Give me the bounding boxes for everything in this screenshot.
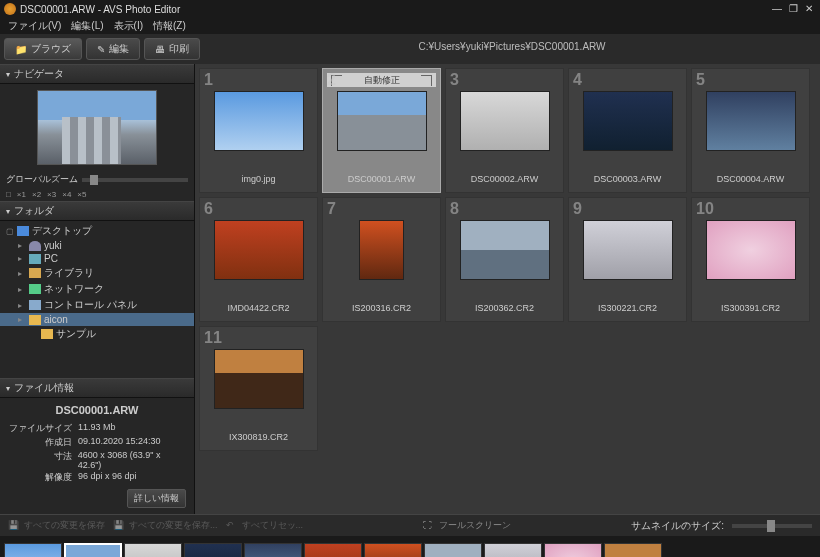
- zoom-x5[interactable]: ×5: [77, 190, 86, 199]
- thumb-cell[interactable]: 9IS300221.CR2: [568, 197, 687, 322]
- save-all-button[interactable]: 💾すべての変更を保存: [8, 519, 105, 532]
- navigator-panel-header[interactable]: ▾ ナビゲータ: [0, 64, 194, 84]
- menu-file[interactable]: ファイル(V): [4, 18, 65, 34]
- thumb-cell[interactable]: 5DSC00004.ARW: [691, 68, 810, 193]
- file-path: C:¥Users¥yuki¥Pictures¥DSC00001.ARW: [204, 34, 820, 64]
- zoom-x2[interactable]: ×2: [32, 190, 41, 199]
- info-dim: 4600 x 3068 (63.9" x 42.6"): [78, 450, 186, 470]
- fileinfo-panel-header[interactable]: ▾ ファイル情報: [0, 378, 194, 398]
- tree-desktop[interactable]: ▢デスクトップ: [0, 223, 194, 239]
- thumb-number: 8: [450, 200, 459, 218]
- tab-edit[interactable]: ✎ 編集: [86, 38, 140, 60]
- menubar: ファイル(V) 編集(L) 表示(I) 情報(Z): [0, 18, 820, 34]
- filmstrip-thumb[interactable]: [544, 543, 602, 558]
- bottom-toolbar: 💾すべての変更を保存 💾すべての変更を保存... ↶すべてリセッ... ⛶フール…: [0, 514, 820, 536]
- filmstrip-thumb[interactable]: [424, 543, 482, 558]
- thumb-image: [460, 91, 550, 151]
- thumb-cell[interactable]: 1img0.jpg: [199, 68, 318, 193]
- thumb-filename: IX300819.CR2: [229, 432, 288, 442]
- menu-edit[interactable]: 編集(L): [67, 18, 107, 34]
- thumb-size-slider[interactable]: [732, 524, 812, 528]
- undo-all-button[interactable]: ↶すべてリセッ...: [226, 519, 304, 532]
- preview-area: [0, 84, 194, 171]
- desktop-icon: [17, 226, 29, 236]
- info-size: 11.93 Mb: [78, 422, 116, 435]
- pencil-icon: ✎: [97, 44, 105, 55]
- tree-control[interactable]: ▸コントロール パネル: [0, 297, 194, 313]
- tree-sample[interactable]: サンプル: [0, 326, 194, 342]
- thumb-filename: img0.jpg: [241, 174, 275, 184]
- fullscreen-button[interactable]: ⛶フールスクリーン: [423, 519, 511, 532]
- thumb-filename: DSC00004.ARW: [717, 174, 784, 184]
- thumb-cell[interactable]: 6IMD04422.CR2: [199, 197, 318, 322]
- pc-icon: [29, 254, 41, 264]
- filmstrip-thumb[interactable]: [244, 543, 302, 558]
- thumb-number: 4: [573, 71, 582, 89]
- thumb-image: [337, 91, 427, 151]
- maximize-button[interactable]: ❐: [786, 3, 800, 15]
- tab-browse-label: ブラウズ: [31, 42, 71, 56]
- thumb-cell[interactable]: 8IS200362.CR2: [445, 197, 564, 322]
- thumb-cell[interactable]: 3DSC00002.ARW: [445, 68, 564, 193]
- filmstrip-thumb[interactable]: [484, 543, 542, 558]
- thumb-image: [706, 91, 796, 151]
- filmstrip-thumb[interactable]: [4, 543, 62, 558]
- filmstrip-thumb[interactable]: [124, 543, 182, 558]
- detail-button[interactable]: 詳しい情報: [127, 489, 186, 508]
- folder-icon: [41, 329, 53, 339]
- save-as-button[interactable]: 💾すべての変更を保存...: [113, 519, 218, 532]
- menu-view[interactable]: 表示(I): [110, 18, 147, 34]
- tab-print[interactable]: 🖶 印刷: [144, 38, 200, 60]
- close-button[interactable]: ✕: [802, 3, 816, 15]
- control-icon: [29, 300, 41, 310]
- thumb-cell[interactable]: 11IX300819.CR2: [199, 326, 318, 451]
- thumb-number: 3: [450, 71, 459, 89]
- navigator-label: ナビゲータ: [14, 67, 64, 81]
- tab-print-label: 印刷: [169, 42, 189, 56]
- tree-network[interactable]: ▸ネットワーク: [0, 281, 194, 297]
- thumb-size-label: サムネイルのサイズ:: [631, 519, 724, 533]
- thumb-cell[interactable]: 7IS200316.CR2: [322, 197, 441, 322]
- zoom-x1[interactable]: ×1: [17, 190, 26, 199]
- window-title: DSC00001.ARW - AVS Photo Editor: [20, 4, 180, 15]
- tab-browse[interactable]: 📁 ブラウズ: [4, 38, 82, 60]
- thumb-number: 5: [696, 71, 705, 89]
- menu-help[interactable]: 情報(Z): [149, 18, 190, 34]
- thumb-filename: IMD04422.CR2: [227, 303, 289, 313]
- undo-icon: ↶: [226, 520, 238, 532]
- sidebar: ▾ ナビゲータ グローバルズーム □ ×1 ×2 ×3 ×4 ×5 ▾ フォルダ…: [0, 64, 195, 514]
- filmstrip-thumb[interactable]: [304, 543, 362, 558]
- thumb-image: [583, 91, 673, 151]
- thumb-cell[interactable]: 自動修正2DSC00001.ARW: [322, 68, 441, 193]
- thumb-cell[interactable]: 4DSC00003.ARW: [568, 68, 687, 193]
- filmstrip-thumb[interactable]: [364, 543, 422, 558]
- file-info-name: DSC00001.ARW: [8, 404, 186, 416]
- thumb-number: 7: [327, 200, 336, 218]
- thumb-image: [583, 220, 673, 280]
- thumb-filename: IS200316.CR2: [352, 303, 411, 313]
- thumb-filename: DSC00001.ARW: [348, 174, 415, 184]
- save-icon: 💾: [8, 520, 20, 532]
- zoom-x3[interactable]: ×3: [47, 190, 56, 199]
- save-icon: 💾: [113, 520, 125, 532]
- minimize-button[interactable]: —: [770, 3, 784, 15]
- filmstrip-thumb[interactable]: [604, 543, 662, 558]
- tree-user[interactable]: ▸yuki: [0, 239, 194, 252]
- thumb-cell[interactable]: 10IS300391.CR2: [691, 197, 810, 322]
- zoom-fit[interactable]: □: [6, 190, 11, 199]
- thumb-filename: DSC00002.ARW: [471, 174, 538, 184]
- fullscreen-icon: ⛶: [423, 520, 435, 532]
- folders-panel-header[interactable]: ▾ フォルダ: [0, 201, 194, 221]
- info-date: 09.10.2020 15:24:30: [78, 436, 161, 449]
- auto-correct-bar[interactable]: 自動修正: [327, 73, 436, 87]
- zoom-slider[interactable]: [82, 178, 188, 182]
- thumb-image: [460, 220, 550, 280]
- tree-pc[interactable]: ▸PC: [0, 252, 194, 265]
- tree-library[interactable]: ▸ライブラリ: [0, 265, 194, 281]
- preview-image[interactable]: [37, 90, 157, 165]
- zoom-x4[interactable]: ×4: [62, 190, 71, 199]
- thumb-number: 2: [327, 71, 336, 89]
- filmstrip-thumb[interactable]: [64, 543, 122, 558]
- filmstrip-thumb[interactable]: [184, 543, 242, 558]
- tree-aicon[interactable]: ▸aicon: [0, 313, 194, 326]
